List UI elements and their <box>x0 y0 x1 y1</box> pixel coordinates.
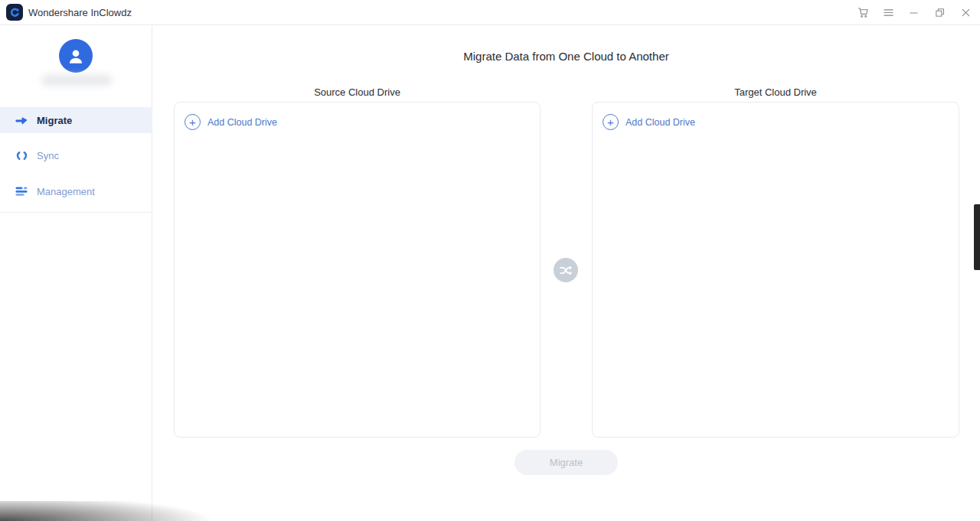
hamburger-icon <box>883 8 894 18</box>
titlebar: Wondershare InClowdz <box>0 0 980 25</box>
close-button[interactable] <box>952 0 978 24</box>
username-blurred <box>41 75 112 86</box>
menu-button[interactable] <box>875 0 901 24</box>
app-title: Wondershare InClowdz <box>28 7 132 18</box>
restore-icon <box>935 8 945 18</box>
sidebar-item-management[interactable]: Management <box>0 178 152 204</box>
target-cloud-panel: + Add Cloud Drive <box>592 102 959 438</box>
minimize-icon <box>909 8 919 18</box>
user-icon <box>66 46 86 66</box>
add-source-cloud-drive-button[interactable]: + Add Cloud Drive <box>185 114 277 130</box>
avatar[interactable] <box>59 39 93 73</box>
plus-icon: + <box>603 114 619 130</box>
sidebar-item-label: Migrate <box>37 115 72 126</box>
minimize-button[interactable] <box>900 0 926 24</box>
migrate-button[interactable]: Migrate <box>514 450 618 475</box>
plus-icon: + <box>185 114 201 130</box>
sidebar-divider <box>0 212 152 213</box>
add-target-cloud-drive-button[interactable]: + Add Cloud Drive <box>603 114 695 130</box>
maximize-button[interactable] <box>926 0 952 24</box>
sync-icon <box>15 149 28 161</box>
source-cloud-panel: + Add Cloud Drive <box>174 102 541 438</box>
page-title: Migrate Data from One Cloud to Another <box>152 50 980 63</box>
management-icon <box>15 185 28 197</box>
shuffle-icon <box>560 265 573 275</box>
close-icon <box>961 8 971 18</box>
sidebar: Migrate Sync Management <box>0 26 152 521</box>
right-scrollbar-thumb[interactable] <box>974 204 980 270</box>
add-cloud-drive-label: Add Cloud Drive <box>626 117 695 128</box>
sidebar-item-sync[interactable]: Sync <box>0 142 152 168</box>
swap-clouds-button[interactable] <box>554 258 578 282</box>
sidebar-item-label: Management <box>37 186 95 197</box>
cart-icon <box>858 7 869 18</box>
migrate-arrow-icon <box>15 114 28 126</box>
cloud-sync-glyph <box>9 7 20 18</box>
target-panel-header: Target Cloud Drive <box>592 86 959 98</box>
sidebar-item-label: Sync <box>37 150 59 161</box>
app-logo-icon <box>6 4 23 21</box>
add-cloud-drive-label: Add Cloud Drive <box>207 117 277 128</box>
sidebar-item-migrate[interactable]: Migrate <box>0 107 152 133</box>
source-panel-header: Source Cloud Drive <box>174 86 541 98</box>
cart-button[interactable] <box>850 0 876 24</box>
